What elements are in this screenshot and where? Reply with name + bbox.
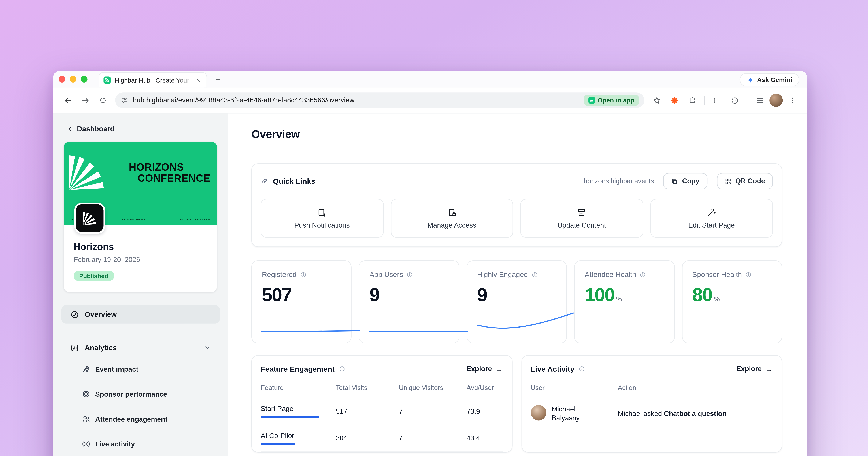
stat-card-registered[interactable]: Registered 507 bbox=[251, 260, 352, 343]
column-header: User bbox=[531, 379, 618, 398]
window-close-button[interactable] bbox=[59, 76, 65, 83]
edit-start-page-button[interactable]: Edit Start Page bbox=[650, 199, 773, 237]
sidebar-item-event-impact[interactable]: Event impact bbox=[61, 357, 220, 381]
browser-window[interactable]: Highbar Hub | Create Your Co Ask Gemini bbox=[53, 71, 807, 456]
event-date: February 19-20, 2026 bbox=[73, 256, 207, 264]
banner-title: HORIZONS CONFERENCE bbox=[129, 162, 210, 184]
rocket-icon bbox=[82, 365, 90, 373]
compass-icon bbox=[70, 310, 79, 319]
rays-logo-icon bbox=[65, 145, 109, 199]
rays-logo-icon bbox=[81, 210, 98, 227]
browser-menu-icon[interactable] bbox=[785, 92, 801, 108]
browser-tab[interactable]: Highbar Hub | Create Your Co bbox=[98, 72, 207, 88]
window-minimize-button[interactable] bbox=[70, 76, 76, 83]
info-icon bbox=[300, 271, 307, 278]
table-row[interactable]: Michael Balyasny Michael asked Chatbot a… bbox=[531, 398, 773, 430]
target-icon bbox=[82, 390, 90, 398]
column-header[interactable]: Avg/User bbox=[467, 379, 503, 398]
stat-card-attendee-health[interactable]: Attendee Health 100% bbox=[574, 260, 675, 343]
divider bbox=[251, 152, 782, 152]
stat-card-app-users[interactable]: App Users 9 bbox=[359, 260, 459, 343]
live-activity-explore-link[interactable]: Explore bbox=[736, 365, 773, 373]
new-tab-button[interactable] bbox=[211, 73, 225, 86]
event-card: HORIZONS CONFERENCE FEB 19-20 LOS ANGELE… bbox=[64, 142, 217, 292]
feature-engagement-title: Feature Engagement bbox=[261, 365, 335, 373]
event-public-url[interactable]: horizons.highbar.events bbox=[584, 177, 654, 185]
copy-icon bbox=[671, 177, 678, 185]
window-zoom-button[interactable] bbox=[81, 76, 88, 83]
stats-row: Registered 507 App Users 9 bbox=[251, 260, 782, 343]
toolbar-divider bbox=[704, 96, 705, 105]
back-button[interactable] bbox=[60, 92, 75, 108]
info-icon bbox=[640, 271, 646, 278]
push-notifications-icon bbox=[317, 207, 327, 217]
chevron-left-icon bbox=[66, 125, 73, 132]
sparkline bbox=[476, 309, 576, 335]
people-icon bbox=[82, 415, 90, 423]
live-activity-table: User Action Michael Balyasny bbox=[531, 379, 773, 430]
info-icon bbox=[745, 271, 752, 278]
quick-links-title: Quick Links bbox=[273, 177, 315, 185]
ask-gemini-button[interactable]: Ask Gemini bbox=[739, 73, 799, 86]
table-row[interactable]: AI Co-Pilot 304 7 43.4 bbox=[261, 425, 503, 452]
sidebar-item-sponsor-performance[interactable]: Sponsor performance bbox=[61, 381, 220, 407]
desktop-background: Highbar Hub | Create Your Co Ask Gemini bbox=[0, 0, 868, 456]
reload-button[interactable] bbox=[95, 92, 111, 108]
activity-action: Michael asked Chatbot a question bbox=[618, 398, 773, 430]
copy-link-button[interactable]: Copy bbox=[663, 173, 707, 190]
stat-card-highly-engaged[interactable]: Highly Engaged 9 bbox=[467, 260, 567, 343]
extension-starburst-icon[interactable] bbox=[666, 92, 682, 108]
stat-card-sponsor-health[interactable]: Sponsor Health 80% bbox=[682, 260, 782, 343]
forward-button[interactable] bbox=[78, 92, 93, 108]
info-icon bbox=[339, 366, 345, 372]
site-settings-icon[interactable] bbox=[121, 96, 128, 104]
open-in-app-chip[interactable]: Open in app bbox=[584, 95, 639, 106]
sidebar-item-analytics[interactable]: Analytics bbox=[61, 338, 220, 357]
live-activity-title: Live Activity bbox=[531, 365, 574, 373]
magic-wand-icon bbox=[707, 207, 716, 217]
column-header: Action bbox=[618, 379, 773, 398]
extensions-puzzle-icon[interactable] bbox=[684, 92, 700, 108]
feature-usage-bar bbox=[261, 416, 319, 418]
update-content-button[interactable]: Update Content bbox=[521, 199, 643, 237]
sidebar-item-label: Analytics bbox=[85, 343, 117, 352]
open-in-app-label: Open in app bbox=[598, 97, 634, 104]
sidebar-item-attendee-engagement[interactable]: Attendee engagement bbox=[61, 407, 220, 432]
tab-strip: Highbar Hub | Create Your Co Ask Gemini bbox=[53, 71, 807, 88]
back-to-dashboard-link[interactable]: Dashboard bbox=[66, 125, 228, 133]
column-header-sorted[interactable]: Total Visits bbox=[336, 379, 399, 398]
published-badge: Published bbox=[73, 271, 114, 281]
sidebar-item-overview[interactable]: Overview bbox=[61, 305, 220, 323]
qr-code-button[interactable]: QR Code bbox=[717, 173, 773, 190]
back-label: Dashboard bbox=[77, 125, 115, 133]
sidebar-item-label: Sponsor performance bbox=[95, 390, 167, 398]
live-activity-card: Live Activity Explore User Action bbox=[521, 355, 782, 453]
manage-access-button[interactable]: Manage Access bbox=[391, 199, 513, 237]
link-icon bbox=[261, 177, 269, 185]
profile-avatar[interactable] bbox=[770, 93, 783, 107]
sidebar-item-live-activity[interactable]: Live activity bbox=[61, 432, 220, 456]
ask-gemini-label: Ask Gemini bbox=[757, 76, 792, 83]
sidebar-item-label: Overview bbox=[85, 310, 117, 318]
sparkline bbox=[369, 316, 468, 335]
broadcast-icon bbox=[82, 440, 90, 448]
event-info: Horizons February 19-20, 2026 Published bbox=[64, 225, 217, 292]
bookmark-star-icon[interactable] bbox=[649, 92, 664, 108]
feature-usage-bar bbox=[261, 443, 295, 445]
user-name: Michael Balyasny bbox=[552, 405, 599, 423]
column-header[interactable]: Unique Visitors bbox=[399, 379, 467, 398]
url-text[interactable]: hub.highbar.ai/event/99188a43-6f2a-4646-… bbox=[133, 96, 354, 104]
page-title: Overview bbox=[251, 128, 782, 141]
tab-close-icon[interactable] bbox=[194, 76, 202, 84]
side-panel-icon[interactable] bbox=[709, 92, 724, 108]
column-header[interactable]: Feature bbox=[261, 379, 336, 398]
table-row[interactable]: Start Page 517 7 73.9 bbox=[261, 398, 503, 425]
history-icon[interactable] bbox=[727, 92, 742, 108]
event-app-logo bbox=[74, 203, 105, 234]
reading-list-icon[interactable] bbox=[752, 92, 767, 108]
info-icon bbox=[531, 271, 538, 278]
tab-title: Highbar Hub | Create Your Co bbox=[115, 77, 190, 83]
push-notifications-button[interactable]: Push Notifications bbox=[261, 199, 383, 237]
feature-explore-link[interactable]: Explore bbox=[466, 365, 503, 373]
address-bar[interactable]: hub.highbar.ai/event/99188a43-6f2a-4646-… bbox=[115, 92, 645, 108]
